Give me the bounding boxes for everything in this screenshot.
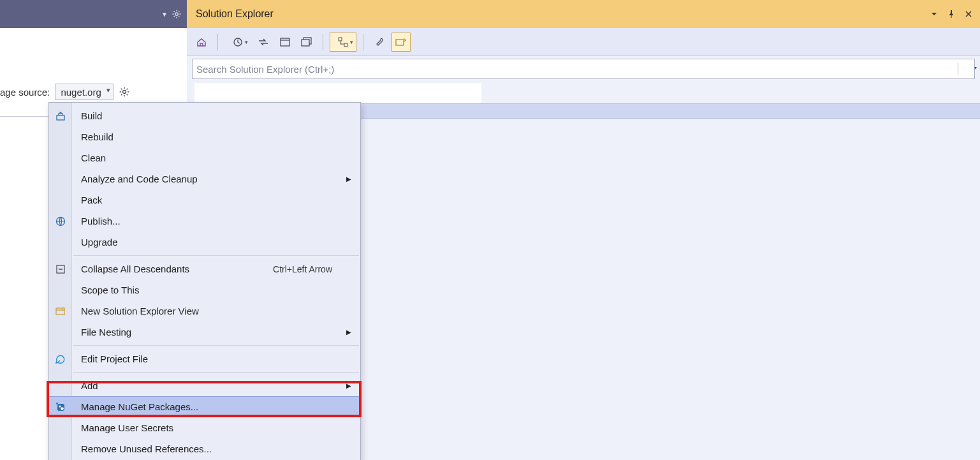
search-icon[interactable] xyxy=(958,63,970,75)
menu-item-label: Pack xyxy=(81,195,102,205)
menu-item-manage-user-secrets[interactable]: Manage User Secrets xyxy=(49,417,360,438)
menu-item-label: Build xyxy=(81,110,102,121)
new-view-icon xyxy=(54,305,67,318)
menu-item-file-nesting[interactable]: File Nesting▶ xyxy=(49,322,360,343)
package-source-selected: nuget.org xyxy=(61,87,101,98)
menu-item-label: Edit Project File xyxy=(81,353,148,364)
window-icon[interactable] xyxy=(275,33,295,52)
solution-explorer-title: Solution Explorer xyxy=(196,8,274,20)
package-source-label: age source: xyxy=(0,87,50,98)
menu-item-shortcut: Ctrl+Left Arrow xyxy=(273,264,332,274)
menu-item-label: Upgrade xyxy=(81,237,118,248)
menu-item-edit-project-file[interactable]: Edit Project File xyxy=(49,348,360,369)
menu-item-remove-unused-references[interactable]: Remove Unused References... xyxy=(49,438,360,459)
edit-icon xyxy=(54,353,67,366)
toolbar-separator xyxy=(217,34,218,50)
menu-item-label: Add xyxy=(81,380,98,391)
menu-item-label: Collapse All Descendants xyxy=(81,263,189,274)
tab-dropdown-icon[interactable]: ▼ xyxy=(161,11,168,18)
menu-item-label: Scope to This xyxy=(81,285,139,295)
menu-item-label: New Solution Explorer View xyxy=(81,306,199,316)
sync-icon[interactable] xyxy=(254,33,273,52)
package-source-gear-icon[interactable] xyxy=(119,86,130,98)
submenu-arrow-icon: ▶ xyxy=(346,329,351,336)
svg-rect-19 xyxy=(57,404,64,411)
hierarchy-icon[interactable] xyxy=(330,33,356,52)
collapse-icon xyxy=(54,263,67,276)
gear-icon[interactable] xyxy=(172,9,182,19)
home-icon[interactable] xyxy=(192,33,211,52)
menu-item-upgrade[interactable]: Upgrade xyxy=(49,232,360,253)
toolbar-separator xyxy=(323,34,323,50)
svg-rect-13 xyxy=(57,115,64,120)
window-position-icon[interactable] xyxy=(930,10,938,18)
menu-item-label: Remove Unused References... xyxy=(81,443,212,454)
menu-item-scope-to-this[interactable]: Scope to This xyxy=(49,279,360,300)
menu-separator xyxy=(73,372,359,373)
svg-point-0 xyxy=(175,13,178,15)
history-icon[interactable] xyxy=(224,33,251,52)
solution-explorer-header: Solution Explorer xyxy=(187,0,980,28)
menu-item-publish[interactable]: Publish... xyxy=(49,211,360,232)
svg-rect-8 xyxy=(344,43,347,47)
package-source-row: age source: nuget.org xyxy=(0,83,130,101)
menu-item-rebuild[interactable]: Rebuild xyxy=(49,126,360,147)
solution-explorer-toolbar xyxy=(187,28,980,56)
submenu-arrow-icon: ▶ xyxy=(346,382,351,389)
menu-item-label: Manage NuGet Packages... xyxy=(81,401,198,412)
menu-item-pack[interactable]: Pack xyxy=(49,189,360,211)
menu-separator xyxy=(73,345,359,346)
menu-item-label: Clean xyxy=(81,152,106,163)
toolbar-separator xyxy=(363,34,363,50)
menu-item-add[interactable]: Add▶ xyxy=(49,375,360,396)
menu-item-collapse-all-descendants[interactable]: Collapse All DescendantsCtrl+Left Arrow xyxy=(49,258,360,279)
close-icon[interactable] xyxy=(965,10,972,18)
windows-icon[interactable] xyxy=(297,33,316,52)
build-icon xyxy=(54,110,67,122)
svg-point-20 xyxy=(59,405,61,407)
pin-icon[interactable] xyxy=(947,10,956,19)
package-source-select[interactable]: nuget.org xyxy=(55,84,113,100)
menu-item-label: File Nesting xyxy=(81,327,131,338)
menu-item-analyze-and-code-cleanup[interactable]: Analyze and Code Cleanup▶ xyxy=(49,168,360,189)
submenu-arrow-icon: ▶ xyxy=(346,175,351,182)
svg-rect-6 xyxy=(302,40,309,46)
svg-rect-9 xyxy=(396,40,404,45)
svg-point-21 xyxy=(61,407,64,410)
menu-item-manage-nuget-packages[interactable]: Manage NuGet Packages... xyxy=(49,396,360,417)
svg-rect-3 xyxy=(281,38,289,46)
menu-item-build[interactable]: Build xyxy=(49,105,360,126)
preview-icon[interactable] xyxy=(391,33,411,52)
globe-icon xyxy=(54,215,67,228)
menu-item-label: Manage User Secrets xyxy=(81,422,173,433)
svg-point-22 xyxy=(56,403,58,404)
project-context-menu: BuildRebuildCleanAnalyze and Code Cleanu… xyxy=(48,102,361,460)
nuget-icon xyxy=(54,401,67,413)
solution-search-box[interactable]: Search Solution Explorer (Ctrl+;) xyxy=(192,59,975,79)
menu-item-new-solution-explorer-view[interactable]: New Solution Explorer View xyxy=(49,300,360,322)
svg-point-10 xyxy=(962,69,963,70)
menu-item-label: Rebuild xyxy=(81,131,113,142)
svg-point-1 xyxy=(122,91,126,94)
window-tab-strip: ▼ xyxy=(0,0,187,28)
menu-item-label: Analyze and Code Cleanup xyxy=(81,174,198,184)
tree-item-bg xyxy=(194,83,481,103)
menu-item-clean[interactable]: Clean xyxy=(49,147,360,168)
solution-search-placeholder: Search Solution Explorer (Ctrl+;) xyxy=(196,64,954,75)
menu-item-label: Publish... xyxy=(81,216,121,226)
wrench-icon[interactable] xyxy=(370,33,389,52)
menu-separator xyxy=(73,255,359,256)
svg-rect-7 xyxy=(339,38,342,41)
